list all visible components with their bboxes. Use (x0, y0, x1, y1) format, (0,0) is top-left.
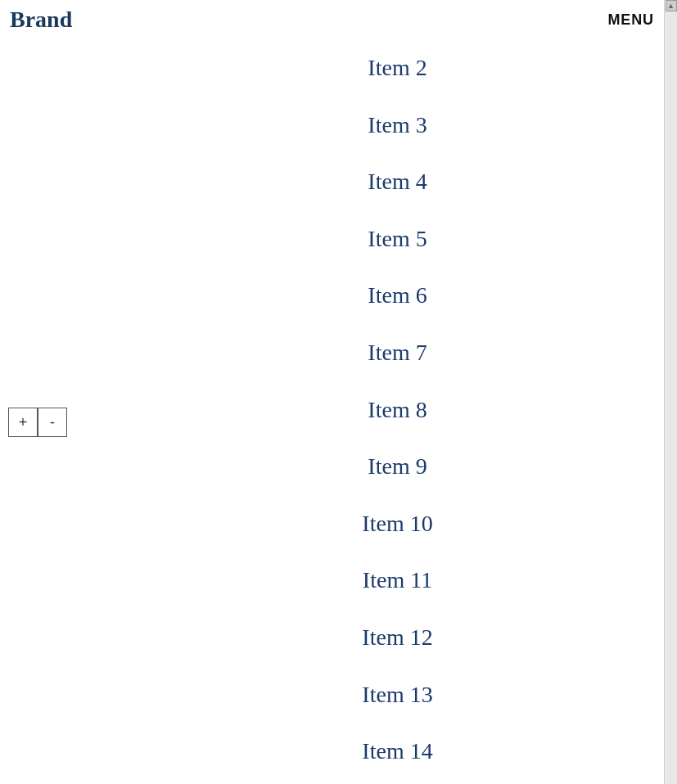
brand: Brand (10, 7, 72, 33)
nav-item[interactable]: Item 7 (131, 324, 664, 381)
zoom-out-button[interactable]: - (38, 408, 67, 437)
zoom-in-button[interactable]: + (8, 408, 38, 437)
nav-item[interactable]: Item 14 (131, 723, 664, 780)
sidebar: + - (0, 39, 131, 784)
nav-item[interactable]: Item 12 (131, 609, 664, 666)
nav-item[interactable]: Item 11 (131, 552, 664, 609)
nav-item[interactable]: Item 13 (131, 666, 664, 723)
scrollbar-track[interactable] (666, 11, 677, 784)
nav-item[interactable]: Item 9 (131, 438, 664, 495)
scrollbar[interactable]: ▲ ▼ (664, 0, 677, 784)
nav-item[interactable]: Item 15 (131, 780, 664, 784)
nav-items-list: Item 2Item 3Item 4Item 5Item 6Item 7Item… (131, 39, 664, 784)
zoom-controls: + - (8, 408, 67, 437)
scrollbar-up-arrow[interactable]: ▲ (666, 0, 677, 11)
nav-item[interactable]: Item 8 (131, 381, 664, 439)
nav-item[interactable]: Item 5 (131, 210, 664, 268)
nav-item[interactable]: Item 3 (131, 97, 664, 154)
navbar: Brand MENU (0, 0, 664, 39)
nav-item[interactable]: Item 4 (131, 153, 664, 210)
nav-item[interactable]: Item 2 (131, 39, 664, 97)
nav-item[interactable]: Item 6 (131, 267, 664, 324)
nav-item[interactable]: Item 10 (131, 495, 664, 552)
menu-button[interactable]: MENU (607, 11, 654, 29)
